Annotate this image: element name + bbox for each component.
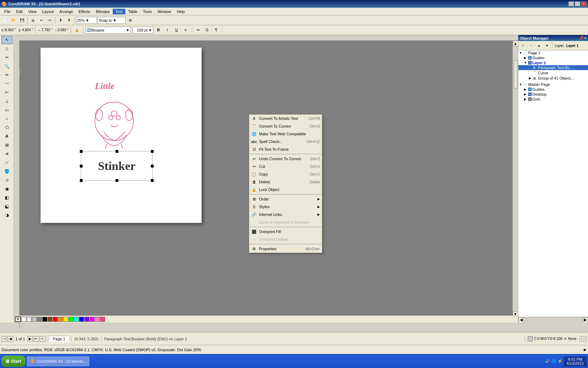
tray-icon2[interactable]: 🌐 — [551, 359, 556, 363]
select-tool[interactable]: ↖ — [1, 36, 13, 44]
cyan-swatch[interactable] — [74, 317, 79, 322]
zoom-dropdown[interactable]: 25% ▼ — [76, 17, 97, 24]
snap-dropdown[interactable]: Snap to ▼ — [98, 17, 126, 24]
scroll-up-btn[interactable]: ▲ — [513, 41, 518, 46]
ctx-order[interactable]: ⊞ Order ▶ — [249, 195, 322, 203]
tree-master-page[interactable]: ▼ 📄 Master Page — [518, 82, 588, 87]
no-fill-swatch[interactable]: ✕ — [15, 316, 21, 322]
black-swatch[interactable] — [42, 317, 47, 322]
page-tab-1[interactable]: Page 1 — [49, 336, 70, 342]
expand-guides[interactable]: ▶ — [524, 56, 528, 60]
close-button[interactable]: × — [581, 1, 587, 6]
gray-swatch[interactable] — [32, 317, 37, 322]
menu-view[interactable]: View — [26, 9, 40, 14]
scroll-thumb-v[interactable] — [514, 60, 517, 88]
tree-grid[interactable]: ▶ Grid — [518, 97, 588, 102]
scrollbar-vertical[interactable]: ▲ ▼ — [512, 41, 518, 317]
obj-move-down[interactable]: ▼ — [543, 42, 551, 49]
ctx-spell-check[interactable]: abc Spell Check... Ctrl+F12 — [249, 138, 322, 145]
ctx-copy[interactable]: 📋 Copy Ctrl+C — [249, 170, 322, 178]
tree-master-guides[interactable]: ▶ Guides — [518, 87, 588, 92]
minimize-button[interactable]: − — [568, 1, 574, 6]
connector-tool[interactable]: ⊥ — [1, 97, 13, 105]
crop-tool[interactable]: ✂ — [1, 53, 13, 62]
smart-draw-tool[interactable]: 〰 — [1, 80, 13, 88]
blue-swatch[interactable] — [79, 317, 84, 322]
tree-curve[interactable]: ⌒ Curve — [518, 70, 588, 76]
underline-button[interactable]: U — [173, 26, 181, 34]
zoom-out-btn[interactable]: − — [581, 336, 587, 342]
obj-mgr-pin[interactable]: 📌 — [579, 36, 584, 40]
tree-paragraph-text[interactable]: A Paragraph Text:Bo... — [518, 65, 588, 70]
size-dropdown[interactable]: 150 pt ▼ — [132, 27, 153, 34]
parallel-tool[interactable]: ⫷ — [1, 150, 13, 158]
expand-master[interactable]: ▼ — [519, 83, 523, 86]
expand-colors-btn[interactable]: ▶ — [584, 348, 587, 352]
menu-tools[interactable]: Tools — [140, 9, 155, 14]
scroll-track-v[interactable] — [514, 46, 517, 311]
expand-mguides[interactable]: ▶ — [524, 88, 528, 91]
obj-scroll-left[interactable]: ◀ — [518, 317, 524, 323]
obj-move-up[interactable]: ▲ — [535, 42, 543, 49]
table-tool[interactable]: ⊞ — [1, 141, 13, 149]
rect-tool[interactable]: ▭ — [1, 106, 13, 114]
freehand-tool[interactable]: ✏ — [1, 71, 13, 79]
ctx-delete[interactable]: 🗑 Delete Delete — [249, 178, 322, 186]
menu-window[interactable]: Window — [155, 9, 174, 14]
menu-bitmaps[interactable]: Bitmaps — [93, 9, 113, 14]
ctx-lock[interactable]: 🔒 Lock Object — [249, 186, 322, 193]
eyedropper-tool[interactable]: 💉 — [1, 158, 13, 167]
tree-desktop[interactable]: ▶ Desktop — [518, 92, 588, 97]
import-button[interactable]: ⬇ — [57, 16, 64, 24]
ctx-undo[interactable]: ↩ Undo Convert To Curves Ctrl+Z — [249, 155, 322, 163]
prev-page-btn[interactable]: ◀ — [8, 336, 13, 342]
last-page-btn[interactable]: ⊢ — [34, 336, 39, 342]
menu-edit[interactable]: Edit — [13, 9, 26, 14]
fill-tool[interactable]: 🪣 — [1, 167, 13, 176]
ctx-properties[interactable]: ⚙ Properties Alt+Enter — [249, 245, 322, 253]
snap-btn2[interactable]: ⊞ — [126, 16, 134, 24]
lightgray-swatch[interactable] — [27, 317, 31, 322]
ctx-internet-links[interactable]: 🔗 Internet Links ▶ — [249, 211, 322, 218]
obj-del-layer[interactable]: − — [527, 42, 535, 49]
menu-text[interactable]: Text — [113, 9, 125, 14]
blend-tool[interactable]: ⊃ — [1, 176, 13, 184]
brown-swatch[interactable] — [48, 317, 52, 322]
ctx-fit-text[interactable]: ⊡ Fit Text To Frame — [249, 145, 322, 153]
polygon-tool[interactable]: ⬠ — [1, 123, 13, 132]
menu-help[interactable]: Help — [174, 9, 188, 14]
print-button[interactable]: 🖨 — [29, 16, 37, 24]
ctx-convert-curves[interactable]: ⌒ Convert To Curves Ctrl+Q — [249, 122, 322, 130]
shadow-tool[interactable]: ◧ — [1, 193, 13, 202]
obj-scroll-h[interactable]: ◀ ▶ — [518, 317, 588, 322]
obj-scroll-right[interactable]: ▶ — [582, 317, 588, 323]
envelope-tool[interactable]: ⬕ — [1, 202, 13, 211]
char-format-button[interactable]: Ω — [203, 26, 211, 34]
white-swatch[interactable] — [21, 317, 26, 322]
magenta-swatch[interactable] — [90, 317, 94, 322]
align-button[interactable]: ≡ — [182, 26, 190, 34]
para-format-button[interactable]: ¶ — [212, 26, 220, 34]
obj-scroll-track[interactable] — [524, 318, 582, 322]
export-button[interactable]: ⬆ — [65, 16, 73, 24]
open-button[interactable]: 📂 — [10, 16, 18, 24]
new-button[interactable]: 📄 — [1, 16, 9, 24]
contour-tool[interactable]: ◉ — [1, 185, 13, 193]
ctx-styles[interactable]: S Styles ▶ — [249, 203, 322, 211]
start-button[interactable]: ⊞ Start — [1, 356, 26, 367]
italic-button[interactable]: I — [164, 26, 172, 34]
darkgray-swatch[interactable] — [37, 317, 42, 322]
ctx-web-compatible[interactable]: 🌐 Make Text Web Compatible — [249, 130, 322, 138]
menu-file[interactable]: File — [1, 9, 13, 14]
expand-grid[interactable]: ▶ — [524, 97, 528, 101]
menu-arrange[interactable]: Arrange — [56, 9, 76, 14]
transparency-tool[interactable]: ◑ — [1, 211, 13, 219]
shape-tool[interactable]: ⬡ — [1, 45, 13, 53]
ctx-convert-artistic[interactable]: A Convert To Artistic Text Ctrl+F8 — [249, 115, 322, 122]
pink-swatch[interactable] — [95, 317, 100, 322]
tree-layer1[interactable]: ▼ Layer 1 — [518, 60, 588, 65]
tree-page1[interactable]: ▼ 📄 Page 1 — [518, 50, 588, 55]
maximize-button[interactable]: □ — [575, 1, 580, 6]
green-swatch[interactable] — [69, 317, 74, 322]
expand-page1[interactable]: ▼ — [519, 51, 523, 55]
